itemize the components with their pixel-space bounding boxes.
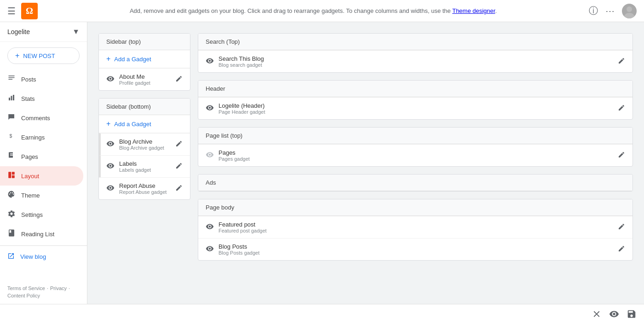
svg-rect-3 [8, 77, 15, 78]
sidebar: Logelite ▼ + NEW POST Posts Stats Co [0, 22, 87, 304]
topbar-left: ☰ Ω [7, 3, 38, 19]
about-me-visibility-icon[interactable] [106, 75, 115, 85]
content-area: Sidebar (top) + Add a Gadget About Me [87, 22, 644, 304]
svg-rect-14 [12, 175, 15, 178]
comments-icon [7, 113, 16, 123]
sidebar-item-settings[interactable]: Settings [0, 205, 83, 224]
pages-edit-icon[interactable] [618, 151, 625, 160]
sidebar-bottom-header: Sidebar (bottom) [99, 99, 190, 115]
gadget-sub: Labels gadget [119, 167, 151, 173]
hamburger-icon[interactable]: ☰ [7, 6, 16, 17]
sidebar-bottom-add-gadget[interactable]: + Add a Gadget [99, 115, 190, 133]
theme-designer-link[interactable]: Theme designer [452, 7, 495, 14]
svg-rect-7 [13, 95, 14, 100]
svg-rect-13 [12, 172, 15, 175]
theme-icon [7, 190, 16, 200]
blog-dropdown-icon[interactable]: ▼ [72, 28, 80, 36]
labels-edit-icon[interactable] [175, 162, 183, 171]
sidebar-item-reading-list[interactable]: Reading List [0, 224, 83, 244]
sidebar-item-theme[interactable]: Theme [0, 186, 83, 205]
preview-button[interactable] [609, 309, 619, 321]
gadget-logelite-header: Logelite (Header) Page Header gadget [198, 97, 632, 119]
save-button[interactable] [627, 309, 637, 321]
sidebar-footer: Terms of Service · Privacy · Content Pol… [0, 280, 87, 304]
gadget-name: Search This Blog [218, 55, 264, 62]
labels-visibility-icon[interactable] [106, 162, 115, 172]
sidebar-blog-name: Logelite ▼ [0, 22, 87, 42]
search-blog-edit-icon[interactable] [618, 57, 625, 66]
topbar-right: ⓘ ⋯ [589, 4, 637, 18]
new-post-button[interactable]: + NEW POST [7, 47, 80, 64]
sidebar-footer-links: Terms of Service · Privacy · Content Pol… [7, 285, 80, 298]
privacy-link[interactable]: Privacy [50, 285, 67, 291]
featured-post-visibility-icon[interactable] [206, 222, 214, 233]
blog-archive-visibility-icon[interactable] [106, 140, 115, 150]
gadget-sub: Blog Posts gadget [218, 250, 259, 256]
bottom-bar [0, 304, 644, 326]
terms-link[interactable]: Terms of Service [7, 285, 45, 291]
reading-list-icon [7, 229, 16, 239]
svg-rect-5 [9, 98, 10, 100]
gadget-about-me: About Me Profile gadget [99, 68, 190, 90]
blog-posts-edit-icon[interactable] [618, 245, 625, 254]
svg-point-0 [627, 6, 632, 12]
gadget-name: Blog Posts [218, 243, 259, 250]
blogger-logo: Ω [21, 3, 38, 19]
sidebar-item-earnings[interactable]: $ Earnings [0, 128, 83, 147]
pages-label: Pages [21, 153, 38, 160]
gadget-sub: Featured post gadget [218, 228, 267, 233]
layout-left-column: Sidebar (top) + Add a Gadget About Me [98, 33, 190, 268]
header-section: Header Logelite (Header) Page Header gad… [198, 80, 633, 120]
sidebar-item-stats[interactable]: Stats [0, 89, 83, 108]
sidebar-item-pages[interactable]: Pages [0, 147, 83, 166]
settings-icon [7, 210, 16, 220]
settings-label: Settings [21, 211, 43, 218]
svg-rect-4 [8, 79, 12, 80]
gadget-sub: Report Abuse gadget [119, 189, 167, 195]
sidebar-top-header: Sidebar (top) [99, 34, 190, 50]
gadget-sub: Profile gadget [119, 80, 150, 86]
gadget-blog-posts: Blog Posts Blog Posts gadget [198, 238, 632, 260]
about-me-edit-icon[interactable] [175, 75, 183, 84]
page-body-header: Page body [198, 199, 632, 216]
add-icon-2: + [106, 120, 110, 128]
earnings-icon: $ [7, 132, 16, 142]
sidebar-item-posts[interactable]: Posts [0, 70, 83, 89]
featured-post-edit-icon[interactable] [618, 223, 625, 232]
apps-icon[interactable]: ⋯ [605, 6, 615, 17]
page-list-top-header: Page list (top) [198, 128, 632, 144]
search-blog-visibility-icon[interactable] [206, 57, 214, 67]
page-list-top-section: Page list (top) Pages Pages gadget [198, 127, 633, 167]
gadget-report-abuse: Report Abuse Report Abuse gadget [99, 177, 190, 199]
gadget-name: Labels [119, 160, 151, 167]
sidebar-item-layout[interactable]: Layout [0, 166, 83, 186]
report-abuse-edit-icon[interactable] [175, 184, 183, 193]
sidebar-top-section: Sidebar (top) + Add a Gadget About Me [98, 33, 190, 91]
avatar[interactable] [622, 4, 637, 18]
header-edit-icon[interactable] [618, 104, 625, 113]
theme-label: Theme [21, 192, 40, 199]
sidebar-top-add-gadget[interactable]: + Add a Gadget [99, 50, 190, 68]
svg-point-1 [624, 13, 634, 18]
gadget-name: Pages [218, 149, 250, 156]
gadget-name: Logelite (Header) [218, 102, 265, 109]
reading-list-label: Reading List [21, 231, 54, 238]
pages-visibility-icon[interactable] [206, 151, 214, 161]
gadget-name: Report Abuse [119, 182, 167, 189]
content-policy-link[interactable]: Content Policy [7, 293, 40, 298]
page-body-section: Page body Featured post Featured post ga… [198, 199, 633, 261]
close-button[interactable] [592, 309, 602, 321]
ads-header: Ads [198, 175, 632, 191]
earnings-label: Earnings [21, 134, 45, 141]
svg-rect-10 [10, 154, 13, 155]
blog-posts-visibility-icon[interactable] [206, 244, 214, 255]
header-visibility-icon[interactable] [206, 104, 214, 114]
stats-icon [7, 93, 16, 104]
report-abuse-visibility-icon[interactable] [106, 184, 115, 194]
view-blog-label: View blog [20, 253, 46, 260]
search-top-header: Search (Top) [198, 34, 632, 50]
help-icon[interactable]: ⓘ [589, 5, 598, 17]
blog-archive-edit-icon[interactable] [175, 140, 183, 149]
view-blog-link[interactable]: View blog [0, 248, 87, 266]
sidebar-item-comments[interactable]: Comments [0, 108, 83, 128]
